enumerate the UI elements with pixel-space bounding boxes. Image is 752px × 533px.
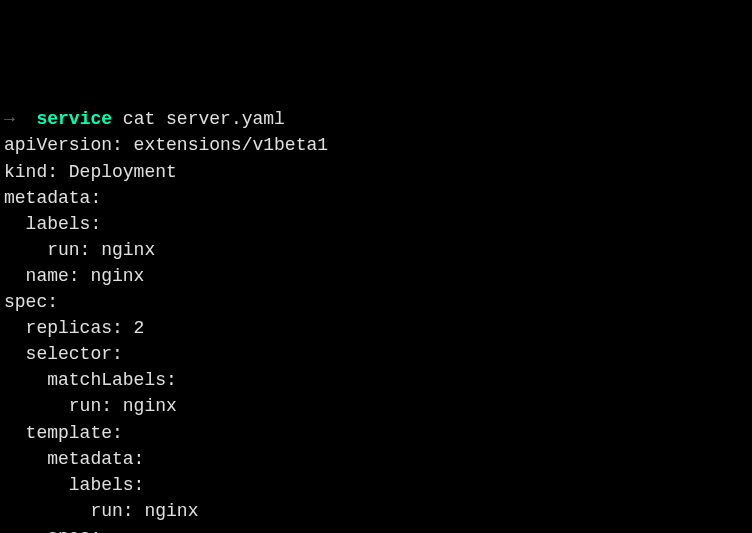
- yaml-line: name: nginx: [4, 263, 748, 289]
- yaml-line: run: nginx: [4, 237, 748, 263]
- command-text: cat server.yaml: [123, 109, 285, 129]
- prompt-dir: service: [36, 109, 112, 129]
- yaml-line: labels:: [4, 472, 748, 498]
- yaml-line: spec:: [4, 524, 748, 533]
- yaml-line: matchLabels:: [4, 367, 748, 393]
- yaml-line: kind: Deployment: [4, 159, 748, 185]
- yaml-line: spec:: [4, 289, 748, 315]
- yaml-line: run: nginx: [4, 393, 748, 419]
- yaml-line: run: nginx: [4, 498, 748, 524]
- yaml-line: metadata:: [4, 185, 748, 211]
- prompt-line[interactable]: → service cat server.yaml: [4, 106, 748, 132]
- yaml-line: metadata:: [4, 446, 748, 472]
- yaml-line: labels:: [4, 211, 748, 237]
- prompt-arrow-icon: →: [4, 109, 15, 129]
- yaml-line: selector:: [4, 341, 748, 367]
- yaml-line: replicas: 2: [4, 315, 748, 341]
- yaml-line: apiVersion: extensions/v1beta1: [4, 132, 748, 158]
- yaml-line: template:: [4, 420, 748, 446]
